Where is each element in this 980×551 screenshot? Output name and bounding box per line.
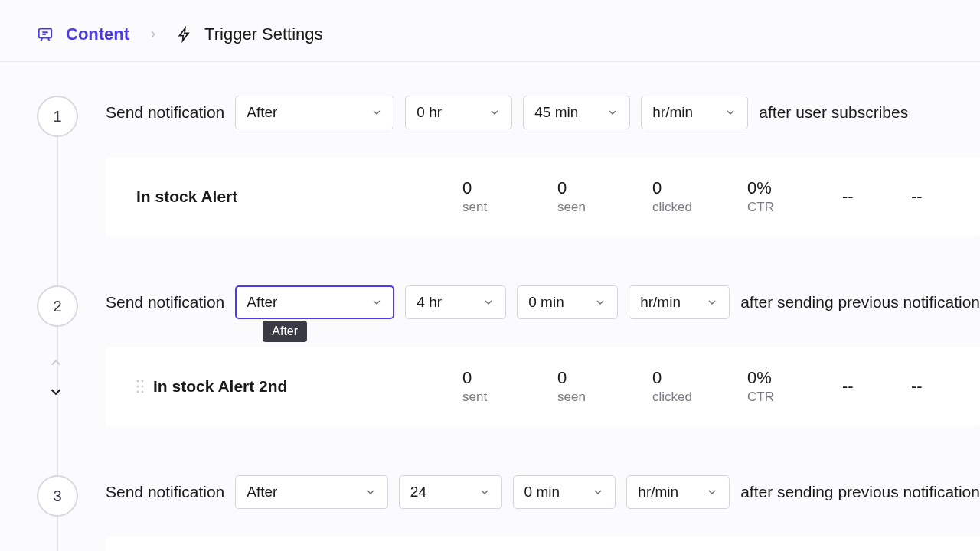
timing-select[interactable]: After bbox=[235, 285, 394, 319]
breadcrumb: Content Trigger Settings bbox=[0, 0, 980, 62]
timing-tail: after sending previous notification bbox=[740, 293, 980, 311]
timeline-line bbox=[57, 517, 58, 551]
metric-placeholder: -- bbox=[842, 187, 880, 207]
svg-point-2 bbox=[142, 380, 144, 383]
card-title: In stock Alert 2nd bbox=[136, 377, 432, 396]
chevron-down-icon bbox=[724, 106, 737, 119]
minutes-select[interactable]: 0 min bbox=[513, 475, 616, 509]
reorder-controls bbox=[47, 354, 64, 400]
metric-ctr: 0%CTR bbox=[747, 368, 812, 405]
step-marker-3: 3 bbox=[37, 475, 78, 517]
metric-ctr: 0%CTR bbox=[747, 178, 812, 215]
metric-clicked: 0clicked bbox=[652, 178, 717, 215]
notification-card-2[interactable]: In stock Alert 2nd 0sent 0seen 0clicked … bbox=[106, 347, 980, 426]
hours-select[interactable]: 24 bbox=[399, 475, 502, 509]
metric-placeholder: -- bbox=[911, 377, 949, 396]
unit-select[interactable]: hr/min bbox=[629, 285, 730, 319]
svg-point-5 bbox=[137, 391, 139, 393]
breadcrumb-content-label: Content bbox=[66, 24, 129, 44]
chevron-down-icon bbox=[606, 106, 619, 119]
metric-sent: 0sent bbox=[462, 178, 527, 215]
metric-seen: 0seen bbox=[557, 368, 622, 405]
move-up-icon[interactable] bbox=[47, 354, 64, 371]
step-3: 3 Send notification After 24 0 min hr/mi… bbox=[37, 475, 980, 551]
timing-tail: after sending previous notification bbox=[740, 483, 980, 501]
svg-point-3 bbox=[137, 386, 139, 388]
step-2: 2 Send notification After After 4 hr bbox=[37, 285, 980, 426]
chevron-down-icon bbox=[594, 296, 606, 308]
chevron-down-icon bbox=[592, 486, 604, 498]
notification-card-1[interactable]: In stock Alert 0sent 0seen 0clicked 0%CT… bbox=[106, 157, 980, 236]
chevron-down-icon bbox=[706, 486, 718, 498]
hours-select[interactable]: 4 hr bbox=[405, 285, 506, 319]
lightning-icon bbox=[177, 26, 192, 43]
send-notification-label: Send notification bbox=[106, 483, 224, 501]
metric-seen: 0seen bbox=[557, 178, 622, 215]
chevron-down-icon bbox=[371, 296, 383, 308]
unit-select[interactable]: hr/min bbox=[641, 96, 748, 129]
metric-clicked: 0clicked bbox=[652, 368, 717, 405]
send-notification-label: Send notification bbox=[106, 103, 224, 122]
minutes-select[interactable]: 45 min bbox=[523, 96, 630, 129]
step-marker-2: 2 bbox=[37, 285, 78, 327]
svg-point-6 bbox=[142, 391, 144, 393]
select-tooltip: After bbox=[263, 321, 307, 342]
chevron-down-icon bbox=[482, 296, 495, 308]
chevron-right-icon bbox=[148, 29, 158, 40]
metric-placeholder: -- bbox=[842, 377, 880, 396]
timing-select[interactable]: After bbox=[235, 475, 388, 509]
svg-rect-0 bbox=[39, 29, 52, 38]
step-1-config: Send notification After 0 hr 45 min hr/m… bbox=[106, 96, 980, 129]
minutes-select[interactable]: 0 min bbox=[517, 285, 618, 319]
timing-tail: after user subscribes bbox=[759, 103, 908, 122]
chevron-down-icon bbox=[364, 486, 377, 498]
metric-sent: 0sent bbox=[462, 368, 527, 405]
card-title: In stock Alert bbox=[136, 187, 432, 206]
move-down-icon[interactable] bbox=[47, 383, 64, 400]
step-3-config: Send notification After 24 0 min hr/min bbox=[106, 475, 980, 509]
timeline-line bbox=[57, 327, 58, 475]
drag-handle-icon[interactable] bbox=[136, 379, 144, 394]
breadcrumb-trigger-label: Trigger Settings bbox=[204, 24, 322, 44]
timeline-line bbox=[57, 137, 58, 285]
breadcrumb-trigger-settings[interactable]: Trigger Settings bbox=[177, 24, 322, 44]
timing-select[interactable]: After bbox=[235, 96, 394, 129]
step-1: 1 Send notification After 0 hr 45 min hr… bbox=[37, 96, 980, 236]
hours-select[interactable]: 0 hr bbox=[405, 96, 512, 129]
svg-point-1 bbox=[137, 380, 139, 383]
svg-point-4 bbox=[142, 386, 144, 388]
chevron-down-icon bbox=[706, 296, 718, 308]
chevron-down-icon bbox=[488, 106, 501, 119]
step-marker-1: 1 bbox=[37, 96, 78, 137]
metric-placeholder: -- bbox=[911, 187, 949, 207]
unit-select[interactable]: hr/min bbox=[626, 475, 730, 509]
notification-card-3[interactable]: In stock Alert 3rd 0sent 0seen 0clicked … bbox=[106, 536, 980, 551]
step-2-config: Send notification After After 4 hr 0 min bbox=[106, 285, 980, 319]
breadcrumb-content[interactable]: Content bbox=[37, 24, 129, 44]
chevron-down-icon bbox=[371, 106, 383, 119]
content-icon bbox=[37, 26, 54, 43]
chevron-down-icon bbox=[479, 486, 491, 498]
send-notification-label: Send notification bbox=[106, 293, 224, 311]
